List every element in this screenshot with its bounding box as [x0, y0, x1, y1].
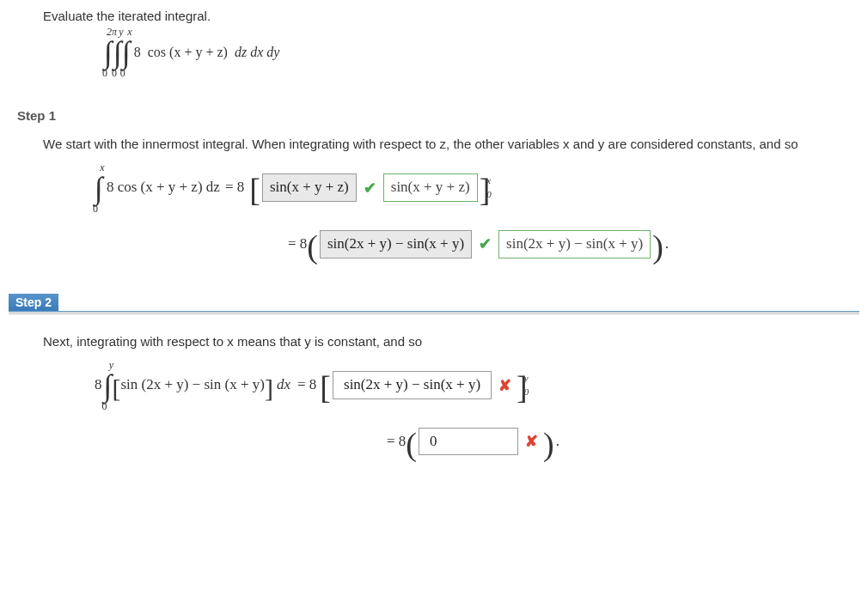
- s2r1-eq: = 8: [297, 374, 316, 396]
- step1-label: Step 1: [9, 108, 859, 123]
- problem-prompt: Evaluate the iterated integral.: [43, 9, 859, 23]
- step1-text: We start with the innermost integral. Wh…: [43, 135, 859, 154]
- s1r2-eq: = 8: [288, 234, 307, 255]
- integrand-body: cos (x + y + z): [148, 45, 228, 59]
- step2-equation2: = 8 ( 0 ✘ ).: [387, 418, 859, 465]
- s2r2-eq: = 8: [387, 431, 406, 453]
- problem-integral: 2π ∫ 0 y ∫ 0 x ∫ 0 8 cos (x + y + z) dz …: [103, 27, 859, 78]
- step2-label: Step 2: [9, 294, 58, 311]
- s2r2-student-answer[interactable]: 0: [419, 428, 518, 456]
- inner-upper: x: [127, 27, 131, 37]
- s2r1-student-answer[interactable]: sin(2x + y) − sin(x + y): [333, 371, 492, 399]
- inner-lower: 0: [120, 68, 125, 78]
- outer-lower: 0: [102, 68, 107, 78]
- s1r1-lower: 0: [93, 204, 98, 214]
- s2r1-integrand: sin (2x + y) − sin (x + y): [120, 376, 265, 392]
- step1-equation1: x ∫ 0 8 cos (x + y + z) dz = 8 [ sin(x +…: [95, 162, 859, 214]
- step2-equation1: 8 y ∫ 0 [ sin (2x + y) − sin (x + y) ] d…: [95, 360, 859, 411]
- s1r1-correct-answer: sin(x + y + z): [383, 173, 478, 202]
- s2r2-period: .: [556, 431, 559, 453]
- check-icon: ✔: [479, 233, 492, 255]
- step1-equation2: = 8 ( sin(2x + y) − sin(x + y) ✔ sin(2x …: [288, 221, 859, 268]
- integrand-coef: 8: [134, 45, 141, 59]
- s1r1-student-answer[interactable]: sin(x + y + z): [262, 173, 357, 202]
- s2r1-dx: dx: [277, 374, 290, 396]
- cross-icon: ✘: [498, 374, 511, 397]
- cross-icon: ✘: [525, 430, 538, 453]
- step1-body: We start with the innermost integral. Wh…: [9, 135, 859, 268]
- integrand-diffs: dz dx dy: [235, 45, 279, 59]
- middle-upper: y: [119, 27, 123, 37]
- s1r2-correct-answer: sin(2x + y) − sin(x + y): [498, 230, 651, 258]
- s1r2-student-answer[interactable]: sin(2x + y) − sin(x + y): [320, 230, 472, 258]
- step2-body: Next, integrating with respect to x mean…: [9, 332, 859, 465]
- s1r2-period: .: [665, 234, 669, 255]
- s2r1-lower: 0: [101, 401, 107, 411]
- s1r1-upper: x: [100, 162, 104, 173]
- step2-text: Next, integrating with respect to x mean…: [43, 332, 859, 351]
- problem-statement: Evaluate the iterated integral. 2π ∫ 0 y…: [9, 9, 859, 78]
- s2r1-coef: 8: [95, 374, 102, 396]
- check-icon: ✔: [364, 177, 376, 199]
- outer-upper: 2π: [107, 27, 117, 37]
- s1r1-eq: = 8: [225, 177, 244, 198]
- middle-lower: 0: [112, 68, 117, 78]
- s1r1-integrand: 8 cos (x + y + z) dz: [107, 179, 220, 195]
- s2r1-upper: y: [109, 360, 113, 370]
